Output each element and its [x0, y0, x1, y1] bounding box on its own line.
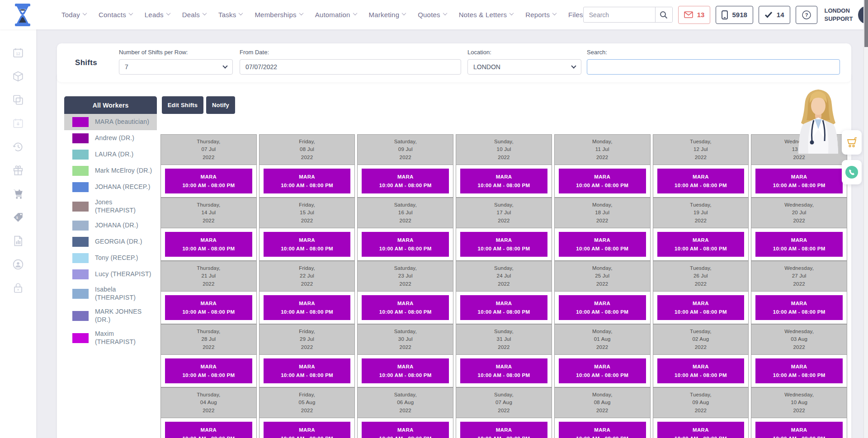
shift-time: 10:00 AM - 08:00 PM: [675, 434, 727, 438]
worker-row[interactable]: JOHANA (RECEP.): [64, 179, 157, 195]
help-button[interactable]: ?: [796, 6, 817, 24]
shift-block[interactable]: MARA10:00 AM - 08:00 PM: [165, 422, 252, 438]
shift-block[interactable]: MARA10:00 AM - 08:00 PM: [362, 295, 449, 320]
shift-block[interactable]: MARA10:00 AM - 08:00 PM: [264, 295, 351, 320]
shift-block[interactable]: MARA10:00 AM - 08:00 PM: [755, 232, 843, 257]
worker-name: MARK JOHNES (DR.): [95, 308, 155, 324]
shift-block[interactable]: MARA10:00 AM - 08:00 PM: [264, 358, 351, 383]
menu-item-today[interactable]: Today: [61, 11, 86, 19]
scrollbar-thumb[interactable]: [864, 0, 868, 47]
calendar-icon[interactable]: 12: [12, 47, 24, 59]
menu-item-leads[interactable]: Leads: [145, 11, 170, 19]
worker-row[interactable]: Tony (RECEP.): [64, 250, 157, 266]
shift-block[interactable]: MARA10:00 AM - 08:00 PM: [362, 169, 449, 193]
shift-block[interactable]: MARA10:00 AM - 08:00 PM: [657, 358, 745, 383]
search-icon[interactable]: [655, 7, 672, 22]
shift-block[interactable]: MARA10:00 AM - 08:00 PM: [362, 232, 449, 257]
shift-block[interactable]: MARA10:00 AM - 08:00 PM: [657, 169, 745, 193]
shift-block[interactable]: MARA10:00 AM - 08:00 PM: [165, 358, 252, 383]
worker-row[interactable]: Jones (THERAPIST): [64, 195, 157, 217]
shift-cell: MARA10:00 AM - 08:00 PM: [357, 292, 453, 324]
page-scrollbar[interactable]: [863, 0, 868, 438]
shift-block[interactable]: MARA10:00 AM - 08:00 PM: [559, 422, 646, 438]
menu-item-quotes[interactable]: Quotes: [418, 11, 447, 19]
history-icon[interactable]: [12, 141, 24, 153]
shift-block[interactable]: MARA10:00 AM - 08:00 PM: [559, 169, 646, 193]
all-workers-button[interactable]: All Workers: [64, 96, 157, 114]
mail-icon: [684, 11, 693, 18]
shift-worker-name: MARA: [299, 426, 315, 434]
menu-item-reports[interactable]: Reports: [525, 11, 556, 19]
package-icon[interactable]: [12, 70, 24, 82]
worker-search-input[interactable]: [587, 59, 840, 75]
menu-item-files[interactable]: Files: [568, 11, 583, 19]
day-header-cell: Friday,15 Jul2022: [259, 198, 355, 228]
shift-block[interactable]: MARA10:00 AM - 08:00 PM: [460, 358, 547, 383]
mail-badge-button[interactable]: 13: [678, 6, 711, 24]
shift-block[interactable]: MARA10:00 AM - 08:00 PM: [460, 295, 547, 320]
lock-icon[interactable]: [12, 282, 24, 294]
shifts-per-row-select[interactable]: 7: [119, 59, 233, 75]
phone-badge-button[interactable]: 5918: [716, 6, 753, 24]
shift-block[interactable]: MARA10:00 AM - 08:00 PM: [559, 295, 646, 320]
shift-block[interactable]: MARA10:00 AM - 08:00 PM: [657, 232, 745, 257]
from-date-input[interactable]: 07/07/2022: [240, 59, 461, 75]
worker-row[interactable]: MARA (beautician): [64, 114, 157, 130]
price-tag-icon[interactable]: $: [12, 211, 24, 223]
menu-item-deals[interactable]: Deals: [182, 11, 206, 19]
cart-float-button[interactable]: [842, 130, 862, 155]
worker-row[interactable]: GEORGIA (DR.): [64, 234, 157, 250]
chevron-down-icon: [353, 11, 357, 15]
shift-block[interactable]: MARA10:00 AM - 08:00 PM: [165, 232, 252, 257]
shift-block[interactable]: MARA10:00 AM - 08:00 PM: [755, 169, 843, 193]
phone-float-button[interactable]: [842, 160, 862, 184]
shift-block[interactable]: MARA10:00 AM - 08:00 PM: [460, 232, 547, 257]
copy-icon[interactable]: [12, 94, 24, 106]
worker-row[interactable]: Isabela (THERAPIST): [64, 283, 157, 305]
shift-block[interactable]: MARA10:00 AM - 08:00 PM: [559, 358, 646, 383]
shift-block[interactable]: MARA10:00 AM - 08:00 PM: [657, 422, 745, 438]
worker-row[interactable]: Lucy (THERAPIST): [64, 266, 157, 283]
shift-block[interactable]: MARA10:00 AM - 08:00 PM: [264, 232, 351, 257]
shift-block[interactable]: MARA10:00 AM - 08:00 PM: [460, 422, 547, 438]
shift-block[interactable]: MARA10:00 AM - 08:00 PM: [755, 358, 843, 383]
menu-item-marketing[interactable]: Marketing: [369, 11, 406, 19]
worker-name: Tony (RECEP.): [95, 254, 155, 262]
worker-row[interactable]: JOHANA (DR.): [64, 217, 157, 234]
menu-item-automation[interactable]: Automation: [315, 11, 357, 19]
shift-block[interactable]: MARA10:00 AM - 08:00 PM: [362, 358, 449, 383]
main-menu: TodayContactsLeadsDealsTasksMembershipsA…: [61, 11, 583, 19]
shift-block[interactable]: MARA10:00 AM - 08:00 PM: [559, 232, 646, 257]
calendar-download-icon[interactable]: [12, 117, 24, 129]
user-badge-icon[interactable]: [12, 258, 24, 270]
gift-icon[interactable]: [12, 164, 24, 176]
worker-row[interactable]: Mark McElroy (DR.): [64, 163, 157, 179]
worker-row[interactable]: MARK JOHNES (DR.): [64, 305, 157, 327]
cart-icon[interactable]: [12, 188, 24, 200]
shift-block[interactable]: MARA10:00 AM - 08:00 PM: [264, 169, 351, 193]
menu-item-notes-letters[interactable]: Notes & Letters: [459, 11, 513, 19]
worker-row[interactable]: Maxim (THERAPIST): [64, 327, 157, 349]
shift-block[interactable]: MARA10:00 AM - 08:00 PM: [264, 422, 351, 438]
shift-block[interactable]: MARA10:00 AM - 08:00 PM: [755, 295, 843, 320]
menu-item-tasks[interactable]: Tasks: [218, 11, 242, 19]
worker-row[interactable]: Andrew (DR.): [64, 130, 157, 146]
shift-block[interactable]: MARA10:00 AM - 08:00 PM: [460, 169, 547, 193]
notify-button[interactable]: Notify: [206, 96, 235, 114]
global-search-input[interactable]: [584, 11, 655, 19]
task-badge-button[interactable]: 14: [759, 6, 790, 24]
shift-block[interactable]: MARA10:00 AM - 08:00 PM: [657, 295, 745, 320]
report-icon[interactable]: [12, 235, 24, 247]
menu-item-contacts[interactable]: Contacts: [99, 11, 132, 19]
shift-block[interactable]: MARA10:00 AM - 08:00 PM: [165, 295, 252, 320]
page-title: Shifts: [75, 58, 97, 67]
shift-block[interactable]: MARA10:00 AM - 08:00 PM: [165, 169, 252, 193]
shift-block[interactable]: MARA10:00 AM - 08:00 PM: [755, 422, 843, 438]
shift-block[interactable]: MARA10:00 AM - 08:00 PM: [362, 422, 449, 438]
shift-time: 10:00 AM - 08:00 PM: [675, 181, 727, 189]
menu-item-memberships[interactable]: Memberships: [255, 11, 302, 19]
edit-shifts-button[interactable]: Edit Shifts: [162, 96, 203, 114]
location-select[interactable]: LONDON: [467, 59, 581, 75]
worker-row[interactable]: LAURA (DR.): [64, 146, 157, 163]
shift-worker-name: MARA: [496, 299, 512, 307]
